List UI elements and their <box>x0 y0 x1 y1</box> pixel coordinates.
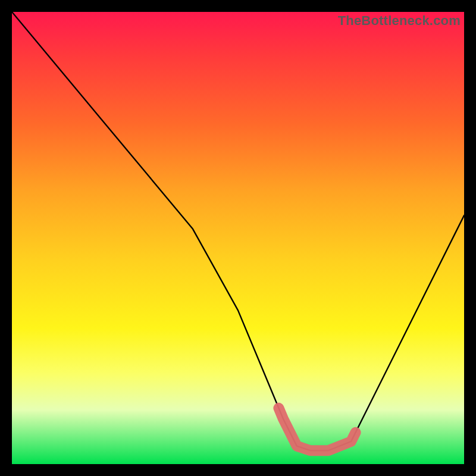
optimal-zone-highlight <box>278 408 355 450</box>
curve-layer <box>12 12 464 464</box>
plot-area: TheBottleneck.com <box>12 12 464 464</box>
bottleneck-curve <box>12 12 464 450</box>
chart-frame: TheBottleneck.com <box>0 0 476 476</box>
